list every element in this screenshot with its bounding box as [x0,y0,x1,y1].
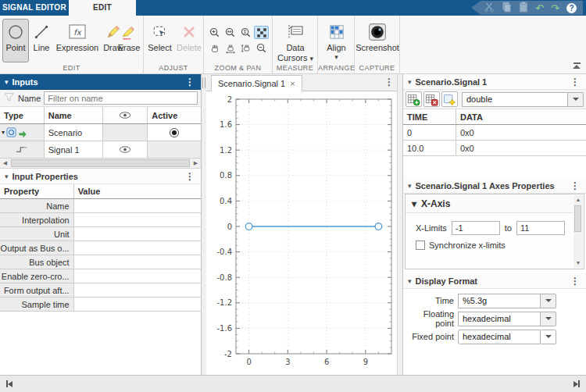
collapse-icon[interactable]: ▾ [408,277,412,285]
col-type[interactable]: Type [0,107,45,123]
fixed-format-value[interactable]: hexadecimal [458,330,541,344]
signal-table-row[interactable]: 0 0x0 [403,125,586,141]
property-value[interactable] [74,255,201,269]
data-cell[interactable]: 0x0 [456,141,586,155]
scroll-up-icon[interactable]: ▲ [573,195,583,205]
property-row[interactable]: Enable zero-cro... [0,269,201,283]
tab-edit[interactable]: EDIT [69,0,136,16]
property-row[interactable]: Bus object [0,255,201,269]
scroll-left-icon[interactable]: ◀ [0,159,10,168]
col-data[interactable]: DATA [456,109,586,124]
collapse-icon[interactable]: ▾ [5,173,9,180]
time-format-value[interactable]: %5.3g [458,294,541,308]
line-button[interactable]: Line [30,19,52,62]
signal-data-header[interactable]: ▾ Scenario.Signal 1 ⋮ [403,74,586,90]
x-axis-section-header[interactable]: ▾ X-Axis [406,194,573,213]
filter-funnel-icon[interactable] [3,91,15,105]
inputs-panel-header[interactable]: ▾ Inputs ⋮ [0,74,201,90]
datatype-combo[interactable]: double [462,92,584,107]
delete-row-button[interactable] [423,91,440,107]
property-row[interactable]: Interpolation [0,213,201,227]
document-tab[interactable]: Scenario.Signal 1 × [211,75,302,91]
table-row-signal1[interactable]: Signal 1 [0,141,201,159]
time-cell[interactable]: 0 [403,125,456,140]
table-row-scenario[interactable]: ▾ Scenario [0,124,201,141]
fixed-format-combo[interactable]: hexadecimal [458,330,556,344]
data-cursors-button[interactable]: Data Cursors ▾ [275,19,316,66]
input-properties-header[interactable]: ▾ Input Properties ⋮ [0,169,201,184]
datatype-value[interactable]: double [462,92,568,107]
row-active-cell[interactable] [148,141,201,158]
scrollbar-thumb[interactable] [11,159,190,167]
dropdown-button[interactable] [541,294,556,308]
property-row[interactable]: Name [0,199,201,213]
align-button[interactable]: Align ▾ [320,19,352,66]
dropdown-button[interactable] [541,312,556,326]
fit-to-view-button[interactable] [254,26,269,39]
paste-icon[interactable] [519,2,528,14]
property-value[interactable] [74,213,201,226]
pan-y-button[interactable] [238,41,253,55]
screenshot-button[interactable]: Screenshot [355,19,400,62]
datatype-dropdown-button[interactable] [568,92,584,107]
collapse-icon[interactable]: ▾ [5,78,9,86]
add-row-button[interactable] [406,91,422,107]
zoom-out-button[interactable] [254,41,269,55]
expression-button[interactable]: fx Expression [53,19,102,62]
collapse-icon[interactable]: ▾ [412,198,416,209]
display-format-header[interactable]: ▾ Display Format ⋮ [403,273,586,289]
scroll-down-icon[interactable]: ▼ [573,258,583,268]
zoom-in-x-button[interactable] [223,26,238,39]
erase-button[interactable]: Erase [116,19,141,62]
inputs-h-scrollbar[interactable]: ◀ ▶ [0,159,201,169]
property-value[interactable] [74,199,201,212]
signal-plot[interactable]: 0369-2-1.6-1.2-0.8-0.400.40.81.21.62 [206,91,397,374]
panel-menu-icon[interactable]: ⋮ [569,77,581,87]
x-limit-min-input[interactable] [452,221,500,235]
property-value[interactable] [74,298,201,311]
property-row[interactable]: Form output aft... [0,283,201,298]
delete-button[interactable]: Delete [175,19,203,62]
collapse-icon[interactable]: ▾ [408,182,412,190]
time-format-combo[interactable]: %5.3g [458,294,556,308]
filter-input[interactable] [44,91,198,105]
col-property[interactable]: Property [0,184,74,198]
copy-icon[interactable] [502,2,512,14]
sync-xlimits-checkbox[interactable] [416,241,425,250]
splitter-right[interactable] [397,74,402,375]
undo-icon[interactable]: ↶ [535,3,544,13]
row-visibility-cell[interactable] [103,141,148,158]
data-cell[interactable]: 0x0 [456,125,586,140]
panel-menu-icon[interactable]: ⋮ [569,180,581,191]
splitter-grip[interactable] [202,77,205,88]
axes-properties-header[interactable]: ▾ Scenario.Signal 1 Axes Properties ⋮ [403,178,586,194]
panel-menu-icon[interactable]: ⋮ [569,276,581,287]
tab-signal-editor[interactable]: SIGNAL EDITOR [0,0,69,16]
collapse-left-panel-button[interactable] [6,380,13,387]
col-name[interactable]: Name [45,107,104,123]
floating-format-combo[interactable]: hexadecimal [458,312,556,326]
expand-icon[interactable]: ▾ [2,129,5,136]
zoom-in-button[interactable] [207,26,222,39]
floating-format-value[interactable]: hexadecimal [458,312,541,326]
axes-v-scrollbar[interactable]: ▲ ▼ [573,195,583,268]
panel-menu-icon[interactable]: ⋮ [184,171,196,182]
insert-signal-button[interactable] [441,91,458,107]
col-value[interactable]: Value [74,184,201,198]
help-icon[interactable]: ? [566,3,577,13]
pan-button[interactable] [207,41,222,55]
property-row[interactable]: Sample time [0,298,201,312]
document-menu-icon[interactable]: ⋮ [383,77,395,87]
dropdown-button[interactable] [541,330,556,344]
collapse-toolstrip-button[interactable] [572,62,581,70]
pan-x-button[interactable] [223,41,238,55]
panel-menu-icon[interactable]: ⋮ [184,77,196,87]
cut-icon[interactable] [484,2,495,14]
redo-icon[interactable]: ↷ [551,3,559,13]
signal-table-row[interactable]: 10.0 0x0 [403,141,586,156]
collapse-icon[interactable]: ▾ [408,78,412,86]
property-row[interactable]: Output as Bus o... [0,241,201,255]
x-limit-max-input[interactable] [516,221,565,235]
property-row[interactable]: Unit [0,227,201,241]
select-button[interactable]: Select [145,19,174,62]
